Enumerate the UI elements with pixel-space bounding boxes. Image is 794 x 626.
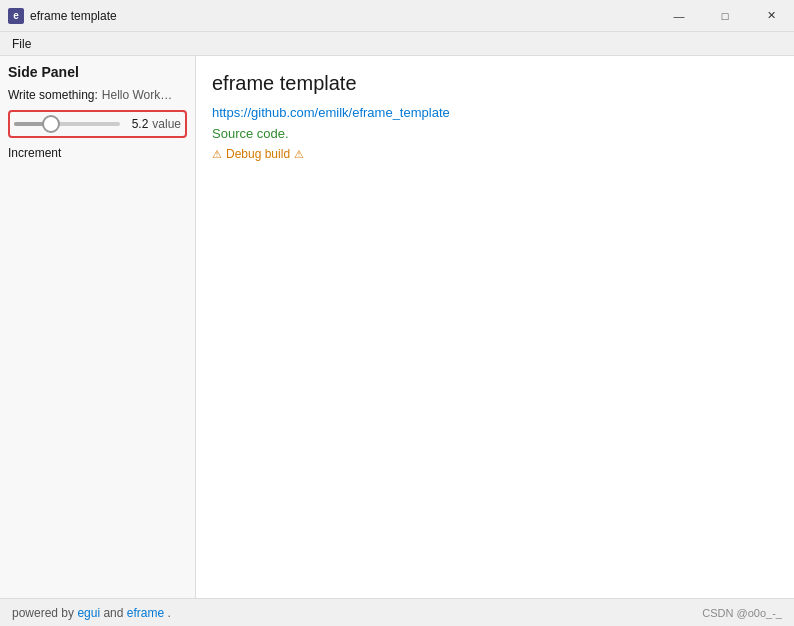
debug-build-row: ⚠ Debug build ⚠ bbox=[212, 147, 778, 161]
footer: powered by egui and eframe . CSDN @o0o_-… bbox=[0, 598, 794, 626]
powered-by-text: powered by bbox=[12, 606, 77, 620]
debug-build-label: Debug build bbox=[226, 147, 290, 161]
source-code-link[interactable]: Source code. bbox=[212, 126, 778, 141]
and-text: and bbox=[103, 606, 126, 620]
footer-watermark: CSDN @o0o_-_ bbox=[702, 607, 782, 619]
side-panel-title: Side Panel bbox=[8, 64, 187, 80]
slider-row: 5.2 value bbox=[8, 110, 187, 138]
side-panel: Side Panel Write something: Hello Work… … bbox=[0, 56, 196, 598]
close-button[interactable]: ✕ bbox=[748, 0, 794, 32]
slider-container[interactable] bbox=[14, 114, 120, 134]
menu-bar: File bbox=[0, 32, 794, 56]
write-something-row: Write something: Hello Work… bbox=[8, 88, 187, 102]
app-title-bar: eframe template bbox=[30, 9, 117, 23]
maximize-button[interactable]: □ bbox=[702, 0, 748, 32]
increment-button[interactable]: Increment bbox=[8, 146, 187, 160]
title-bar: e eframe template — □ ✕ bbox=[0, 0, 794, 32]
github-link[interactable]: https://github.com/emilk/eframe_template bbox=[212, 105, 778, 120]
main-content: Side Panel Write something: Hello Work… … bbox=[0, 56, 794, 598]
file-menu[interactable]: File bbox=[4, 35, 39, 53]
app-icon: e bbox=[8, 8, 24, 24]
minimize-button[interactable]: — bbox=[656, 0, 702, 32]
slider-track bbox=[14, 122, 120, 126]
write-something-value: Hello Work… bbox=[102, 88, 172, 102]
egui-link[interactable]: egui bbox=[77, 606, 100, 620]
slider-label: value bbox=[152, 117, 181, 131]
title-bar-left: e eframe template bbox=[8, 8, 117, 24]
window-controls: — □ ✕ bbox=[656, 0, 794, 32]
eframe-link[interactable]: eframe bbox=[127, 606, 164, 620]
warning-icon-right: ⚠ bbox=[294, 148, 304, 161]
footer-left: powered by egui and eframe . bbox=[12, 606, 171, 620]
slider-thumb[interactable] bbox=[42, 115, 60, 133]
main-app-title: eframe template bbox=[212, 72, 778, 95]
footer-period: . bbox=[167, 606, 170, 620]
slider-value: 5.2 bbox=[124, 117, 148, 131]
warning-icon-left: ⚠ bbox=[212, 148, 222, 161]
write-something-label: Write something: bbox=[8, 88, 98, 102]
right-panel: eframe template https://github.com/emilk… bbox=[196, 56, 794, 598]
